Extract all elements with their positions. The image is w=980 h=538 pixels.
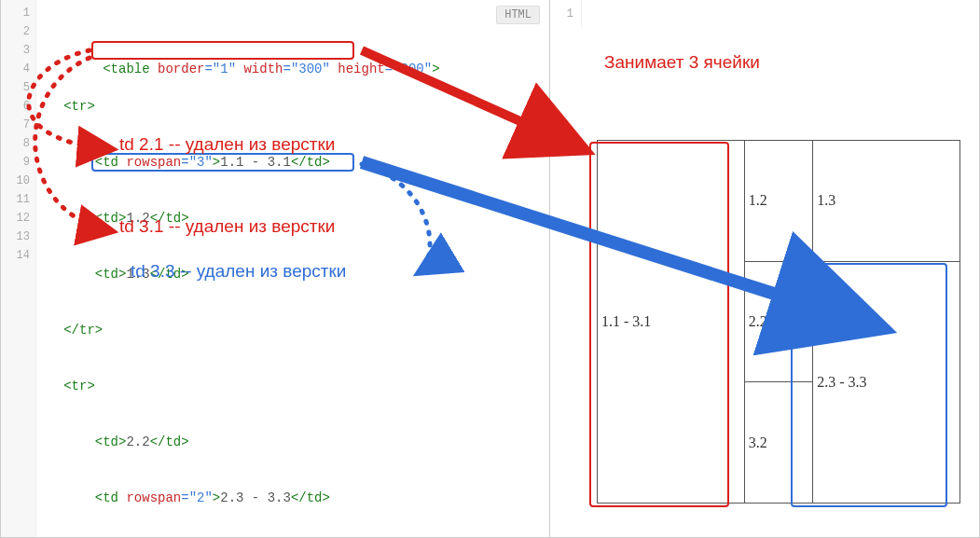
cell-1.2: 1.2: [744, 141, 812, 262]
cell-2.3: 2.3 - 3.3: [813, 261, 960, 503]
split-view: HTML 1 2 3 4 5 6 7 8 9 10 11 12 13 14 <t…: [0, 0, 980, 538]
cell-3.2: 3.2: [744, 382, 812, 504]
code-area[interactable]: <table border="1" width="300" height="30…: [1, 0, 549, 538]
cell-1.1: 1.1 - 3.1: [598, 141, 745, 504]
line-number-gutter: 1 2 3 4 5 6 7 8 9 10 11 12 13 14: [1, 0, 36, 537]
language-badge: HTML: [496, 6, 540, 24]
rendered-table: 1.1 - 3.1 1.2 1.3 2.2 2.3 - 3.3 3.2: [597, 140, 960, 504]
cell-1.3: 1.3: [813, 141, 960, 262]
preview-pane: 1 1.1 - 3.1 1.2 1.3 2.2 2.3 - 3.3 3.2: [550, 0, 980, 538]
code-editor-pane: HTML 1 2 3 4 5 6 7 8 9 10 11 12 13 14 <t…: [0, 0, 550, 538]
cell-2.2: 2.2: [744, 261, 812, 382]
code-line: <table border="1" width="300" height="30…: [40, 41, 549, 60]
preview-lineno: 1: [550, 0, 582, 28]
preview-content: 1.1 - 3.1 1.2 1.3 2.2 2.3 - 3.3 3.2: [597, 140, 970, 504]
